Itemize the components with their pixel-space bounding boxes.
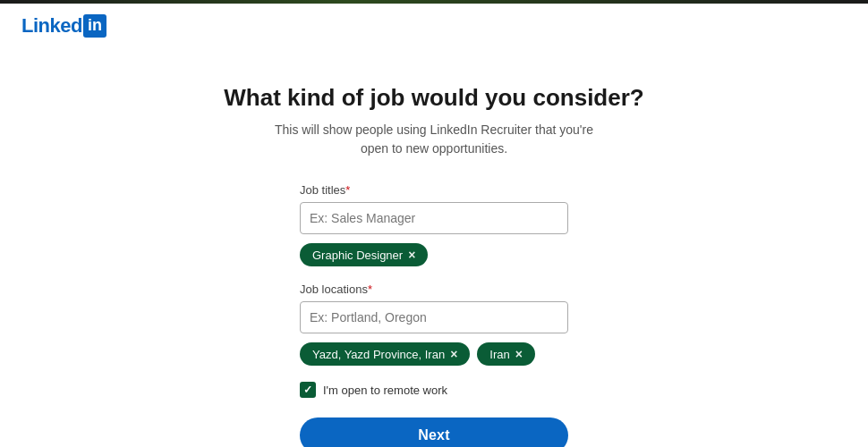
job-titles-label: Job titles*	[300, 183, 568, 197]
job-locations-input[interactable]	[300, 301, 568, 333]
remote-work-checkbox[interactable]: ✓	[300, 382, 316, 398]
main-content: What kind of job would you consider? Thi…	[0, 48, 868, 447]
logo-in-box: in	[83, 14, 106, 37]
checkmark-icon: ✓	[303, 384, 312, 395]
job-title-tags: Graphic Designer ×	[300, 243, 568, 266]
location-tag-iran-label: Iran	[489, 348, 509, 361]
job-locations-field-group: Job locations* Yazd, Yazd Province, Iran…	[300, 283, 568, 366]
remote-work-label: I'm open to remote work	[323, 384, 447, 397]
job-title-tag-label: Graphic Designer	[312, 249, 403, 262]
location-tag-yazd-label: Yazd, Yazd Province, Iran	[312, 348, 445, 361]
location-tags: Yazd, Yazd Province, Iran × Iran ×	[300, 342, 568, 366]
job-title-tag-close[interactable]: ×	[408, 248, 415, 262]
linkedin-logo: Linked in	[21, 14, 106, 38]
page-title: What kind of job would you consider?	[224, 84, 643, 112]
location-tag-yazd[interactable]: Yazd, Yazd Province, Iran ×	[300, 342, 470, 366]
job-title-tag-graphic-designer[interactable]: Graphic Designer ×	[300, 243, 428, 266]
job-locations-label: Job locations*	[300, 283, 568, 296]
job-titles-input[interactable]	[300, 202, 568, 234]
page-subtitle: This will show people using LinkedIn Rec…	[264, 121, 604, 158]
form-container: Job titles* Graphic Designer × Job locat…	[300, 183, 568, 447]
next-button[interactable]: Next	[300, 417, 568, 447]
header: Linked in	[0, 4, 868, 48]
remote-work-row: ✓ I'm open to remote work	[300, 382, 568, 398]
location-tag-iran-close[interactable]: ×	[515, 347, 523, 361]
job-titles-field-group: Job titles* Graphic Designer ×	[300, 183, 568, 266]
location-tag-iran[interactable]: Iran ×	[477, 342, 535, 366]
logo-text: Linked	[21, 14, 82, 38]
location-tag-yazd-close[interactable]: ×	[450, 347, 457, 361]
